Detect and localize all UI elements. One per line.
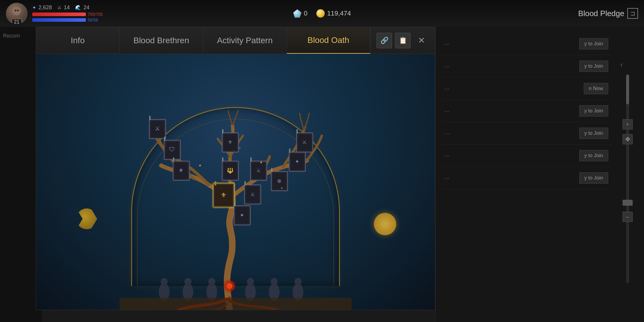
- share-action-button[interactable]: 📋: [395, 33, 411, 48]
- scroll-thumb[interactable]: [626, 75, 629, 104]
- svg-text:✦: ✦: [239, 146, 241, 150]
- svg-rect-39: [250, 157, 252, 162]
- join-button-2[interactable]: y to Join: [579, 61, 608, 72]
- svg-rect-27: [234, 202, 235, 206]
- list-item-7-text: ···: [445, 175, 450, 182]
- join-button-1[interactable]: y to Join: [579, 38, 608, 49]
- close-icon: ✕: [418, 35, 425, 45]
- left-sidebar: Recom: [0, 27, 42, 322]
- gold-currency: 119,474: [316, 9, 351, 18]
- blood-oath-tree-svg: ⚔ 🛡 ⚜: [36, 54, 435, 310]
- hp-text: 755/755: [88, 12, 103, 17]
- svg-point-67: [295, 278, 302, 285]
- close-tab-button[interactable]: ✕: [414, 33, 429, 48]
- svg-point-59: [184, 278, 191, 285]
- pan-icon: ✥: [625, 136, 630, 143]
- svg-text:⊕: ⊕: [277, 178, 281, 184]
- svg-text:⚔: ⚔: [256, 168, 261, 174]
- defense-value: 14: [64, 4, 70, 11]
- list-item: ··· y to Join: [442, 55, 611, 78]
- main-panel: Info Blood Brethren Activity Pattern Blo…: [36, 27, 435, 310]
- svg-point-2: [15, 10, 16, 11]
- svg-rect-43: [271, 168, 273, 172]
- tab-blood-brethren[interactable]: Blood Brethren: [120, 27, 203, 54]
- svg-text:⚜: ⚜: [179, 168, 183, 174]
- svg-rect-47: [289, 148, 290, 153]
- svg-rect-31: [244, 181, 246, 185]
- blood-pledge-label: Blood Pledge: [578, 9, 624, 18]
- join-button-4[interactable]: y to Join: [579, 105, 608, 117]
- mp-bar-fill: [32, 18, 86, 22]
- list-item: ··· y to Join: [442, 167, 611, 189]
- svg-point-57: [161, 278, 168, 285]
- svg-rect-51: [222, 129, 223, 133]
- zoom-plus-button[interactable]: +: [623, 119, 633, 129]
- svg-text:✦: ✦: [209, 185, 211, 188]
- svg-point-0: [13, 7, 21, 15]
- hp-bar-track: [32, 13, 86, 16]
- svg-text:⚔: ⚔: [302, 139, 307, 145]
- speed-value: 24: [83, 4, 89, 11]
- tab-activity-pattern[interactable]: Activity Pattern: [203, 27, 287, 54]
- mp-text: 56/56: [88, 18, 98, 22]
- list-item-3-text: ···: [445, 85, 450, 92]
- list-item: ··· y to Join: [442, 122, 611, 145]
- svg-text:⚔: ⚔: [250, 191, 255, 197]
- tab-content-blood-oath: ⚔ 🛡 ⚜: [36, 54, 435, 310]
- tab-blood-oath[interactable]: Blood Oath: [287, 27, 370, 54]
- svg-text:⚔: ⚔: [155, 125, 160, 132]
- blood-pledge-exit-icon: ⊐: [627, 8, 638, 19]
- join-button-5[interactable]: y to Join: [579, 128, 608, 139]
- scroll-thumb-mid[interactable]: [623, 200, 633, 206]
- tab-info[interactable]: Info: [36, 27, 120, 54]
- mp-bar-track: [32, 18, 86, 22]
- share-icon: 📋: [399, 37, 407, 44]
- join-button-3[interactable]: n Now: [584, 83, 608, 94]
- svg-rect-18: [173, 157, 174, 162]
- list-item: ··· y to Join: [442, 100, 611, 122]
- svg-text:✦: ✦: [280, 186, 283, 190]
- join-button-7[interactable]: y to Join: [579, 172, 608, 184]
- right-sidebar: ‹ ··· y to Join ··· y to Join ··· n Now: [435, 27, 644, 322]
- player-stats: ✦ 2,628 ⚔ 14 🌊 24 755/755 56/56: [32, 4, 103, 22]
- top-hud: 21 ✦ 2,628 ⚔ 14 🌊 24 755/755: [0, 0, 644, 27]
- attack-icon: ✦: [32, 5, 36, 10]
- svg-point-61: [208, 278, 215, 285]
- currency-section: 0 119,474: [293, 9, 351, 18]
- link-icon: 🔗: [380, 37, 388, 44]
- pan-button[interactable]: ✥: [623, 134, 633, 144]
- zoom-minus-button[interactable]: –: [623, 212, 633, 222]
- right-sidebar-inner: ‹ ··· y to Join ··· y to Join ··· n Now: [436, 27, 644, 322]
- minus-icon: –: [626, 213, 629, 220]
- svg-point-6: [227, 283, 233, 289]
- list-item-2-text: ···: [445, 63, 450, 70]
- gold-count: 119,474: [327, 10, 351, 17]
- svg-rect-14: [164, 137, 165, 141]
- list-item: ··· y to Join: [442, 145, 611, 167]
- svg-text:⚜: ⚜: [228, 139, 233, 145]
- gold-icon: [316, 9, 325, 18]
- svg-text:🛡: 🛡: [169, 146, 175, 153]
- gem-icon: [293, 9, 301, 18]
- svg-text:✦: ✦: [259, 160, 263, 165]
- blood-pledge-button[interactable]: Blood Pledge ⊐: [578, 8, 638, 19]
- back-arrow-icon: ‹: [620, 59, 623, 69]
- list-item: ··· y to Join: [442, 33, 611, 55]
- list-item-5-text: ···: [445, 130, 450, 137]
- link-action-button[interactable]: 🔗: [377, 33, 392, 48]
- svg-text:✦: ✦: [198, 163, 202, 168]
- sidebar-recommend-label: Recom: [0, 27, 42, 45]
- list-item-6-text: ···: [445, 152, 450, 159]
- svg-rect-35: [222, 157, 223, 162]
- list-item-1-text: ···: [445, 41, 450, 47]
- scroll-track[interactable]: [626, 75, 629, 283]
- svg-text:🔱: 🔱: [227, 167, 234, 174]
- gem-currency: 0: [293, 9, 307, 18]
- blood-oath-tree-canvas: ⚔ 🛡 ⚜: [36, 54, 435, 310]
- svg-rect-23: [215, 181, 216, 185]
- gem-count: 0: [304, 10, 307, 17]
- tab-action-buttons: 🔗 📋 ✕: [370, 27, 435, 54]
- svg-point-3: [17, 10, 19, 11]
- join-button-6[interactable]: y to Join: [579, 150, 608, 161]
- list-item: ··· n Now: [442, 78, 611, 100]
